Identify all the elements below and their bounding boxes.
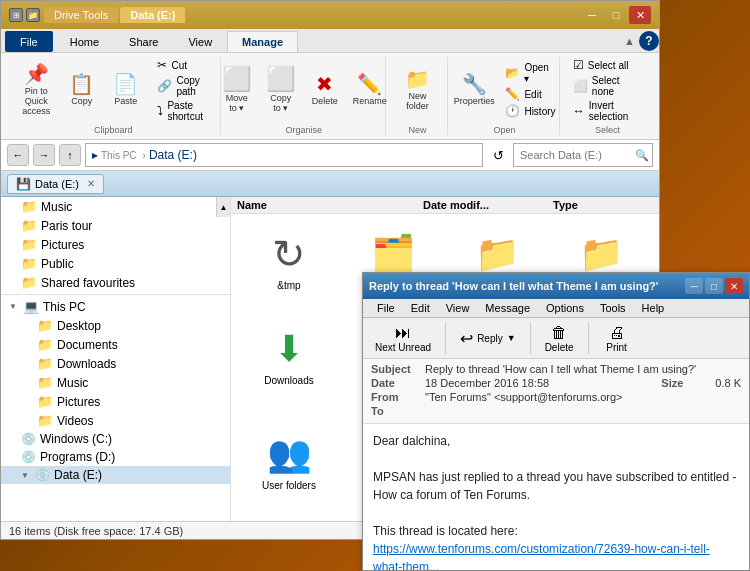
email-maximize-button[interactable]: □ xyxy=(705,278,723,294)
sidebar-item-desktop[interactable]: 📁 Desktop xyxy=(1,316,230,335)
tab-share[interactable]: Share xyxy=(114,31,173,52)
to-label: To xyxy=(371,405,421,417)
sidebar-label-music: Music xyxy=(41,200,72,214)
sidebar-item-shared[interactable]: 📁 Shared favourites xyxy=(1,273,230,292)
tab-manage[interactable]: Manage xyxy=(227,31,298,52)
search-input[interactable] xyxy=(513,143,653,167)
select-none-button[interactable]: ⬜ Select none xyxy=(570,74,645,98)
sidebar-item-videos[interactable]: 📁 Videos xyxy=(1,411,230,430)
tab-close-button[interactable]: ✕ xyxy=(87,178,95,189)
folder-icon: 📁 xyxy=(21,256,37,271)
select-all-button[interactable]: ☑ Select all xyxy=(570,57,645,73)
edit-button[interactable]: ✏️ Edit xyxy=(502,86,559,102)
sidebar-item-paris-tour[interactable]: 📁 Paris tour xyxy=(1,216,230,235)
sidebar-scroll-up[interactable]: ▲ xyxy=(216,197,230,217)
delete-button[interactable]: ✖ Delete xyxy=(305,72,345,108)
rename-button[interactable]: ✏️ Rename xyxy=(349,72,391,108)
sidebar-item-music[interactable]: 📁 Music xyxy=(1,197,230,216)
refresh-button[interactable]: ↺ xyxy=(487,144,509,166)
history-button[interactable]: 🕐 History xyxy=(502,103,559,119)
search-icon: 🔍 xyxy=(635,149,649,162)
sidebar-item-music2[interactable]: 📁 Music xyxy=(1,373,230,392)
breadcrumb[interactable]: ▸ This PC › Data (E:) xyxy=(85,143,483,167)
email-menu-help[interactable]: Help xyxy=(634,299,673,317)
copy-button[interactable]: 📋 Copy xyxy=(62,72,102,108)
email-menu-tools[interactable]: Tools xyxy=(592,299,634,317)
file-item-user-folders[interactable]: 👥 User folders xyxy=(241,424,337,511)
print-button[interactable]: 🖨 Print xyxy=(595,320,639,356)
sidebar-divider xyxy=(1,294,230,295)
history-label: History xyxy=(524,106,555,117)
paste-shortcut-button[interactable]: ⤵ Paste shortcut xyxy=(154,99,211,123)
from-value: "Ten Forums" <support@tenforums.org> xyxy=(425,391,741,403)
title-bar-icons: ⊞ 📁 xyxy=(9,8,40,22)
toolbar-separator-1 xyxy=(445,322,446,354)
next-unread-button[interactable]: ⏭ Next Unread xyxy=(367,320,439,356)
header-type[interactable]: Type xyxy=(553,199,633,211)
reply-dropdown-icon[interactable]: ▼ xyxy=(507,333,516,343)
email-minimize-button[interactable]: ─ xyxy=(685,278,703,294)
forward-button[interactable]: → xyxy=(33,144,55,166)
open-group: 🔧 Properties 📂 Open ▾ ✏️ Edit xyxy=(450,57,560,135)
paste-button[interactable]: 📄 Paste xyxy=(106,72,146,108)
reply-button[interactable]: ↩ Reply ▼ xyxy=(452,320,524,356)
sidebar-item-this-pc[interactable]: ▼ 💻 This PC xyxy=(1,297,230,316)
email-menu-edit[interactable]: Edit xyxy=(403,299,438,317)
maximize-button[interactable]: □ xyxy=(605,6,627,24)
email-menu-file[interactable]: File xyxy=(369,299,403,317)
email-menu-view[interactable]: View xyxy=(438,299,478,317)
print-label: Print xyxy=(606,342,627,353)
delete-email-button[interactable]: 🗑 Delete xyxy=(537,320,582,356)
header-modified[interactable]: Date modif... xyxy=(423,199,553,211)
email-para2: This thread is located here: xyxy=(373,522,739,540)
new-folder-button[interactable]: 📁 Newfolder xyxy=(398,67,438,113)
file-header: Name Date modif... Type xyxy=(231,197,659,214)
computer-icon: 💻 xyxy=(23,299,39,314)
close-button[interactable]: ✕ xyxy=(629,6,651,24)
sidebar-item-windows-c[interactable]: 💿 Windows (C:) xyxy=(1,430,230,448)
minimize-button[interactable]: ─ xyxy=(581,6,603,24)
invert-selection-button[interactable]: ↔ Invert selection xyxy=(570,99,645,123)
help-button[interactable]: ? xyxy=(639,31,659,51)
rename-icon: ✏️ xyxy=(357,74,382,94)
tab-file[interactable]: File xyxy=(5,31,53,52)
sidebar-item-documents[interactable]: 📁 Documents xyxy=(1,335,230,354)
data-e-tab-item[interactable]: 💾 Data (E:) ✕ xyxy=(7,174,104,194)
file-item-sync[interactable]: ↻ &tmp xyxy=(241,224,337,311)
sidebar-item-public[interactable]: 📁 Public xyxy=(1,254,230,273)
tab-home[interactable]: Home xyxy=(55,31,114,52)
title-tabs: Drive Tools Data (E:) xyxy=(44,7,185,23)
up-button[interactable]: ↑ xyxy=(59,144,81,166)
properties-button[interactable]: 🔧 Properties xyxy=(450,72,499,108)
email-link[interactable]: https://www.tenforums.com/customization/… xyxy=(373,542,710,570)
email-menu-message[interactable]: Message xyxy=(477,299,538,317)
date-row: Date 18 December 2016 18:58 Size 0.8 K xyxy=(371,377,741,389)
pin-label: Pin to Quickaccess xyxy=(19,86,54,116)
sidebar-item-downloads[interactable]: 📁 Downloads xyxy=(1,354,230,373)
folder-icon: 📁 xyxy=(37,318,53,333)
drive-tools-tab[interactable]: Drive Tools xyxy=(44,7,118,23)
drive-d-icon: 💿 xyxy=(21,450,36,464)
copy-to-button[interactable]: ⬜ Copyto ▾ xyxy=(261,65,301,115)
new-buttons: 📁 Newfolder xyxy=(398,57,438,123)
copy-path-button[interactable]: 🔗 Copy path xyxy=(154,74,211,98)
folder-icon: 📁 xyxy=(21,237,37,252)
cut-button[interactable]: ✂ Cut xyxy=(154,57,211,73)
pin-button[interactable]: 📌 Pin to Quickaccess xyxy=(15,62,58,118)
move-to-button[interactable]: ⬜ Moveto ▾ xyxy=(217,65,257,115)
sidebar-item-data-e[interactable]: ▼ 💿 Data (E:) xyxy=(1,466,230,484)
file-item-downloads[interactable]: ⬇ Downloads xyxy=(241,319,337,417)
header-name[interactable]: Name xyxy=(237,199,423,211)
sidebar-item-programs-d[interactable]: 💿 Programs (D:) xyxy=(1,448,230,466)
size-label: Size xyxy=(661,377,711,389)
tab-view[interactable]: View xyxy=(173,31,227,52)
new-label: New xyxy=(409,125,427,135)
email-menu-options[interactable]: Options xyxy=(538,299,592,317)
email-close-button[interactable]: ✕ xyxy=(725,278,743,294)
data-e-tab[interactable]: Data (E:) xyxy=(120,7,185,23)
sidebar-item-pictures2[interactable]: 📁 Pictures xyxy=(1,392,230,411)
open-button[interactable]: 📂 Open ▾ xyxy=(502,61,559,85)
back-button[interactable]: ← xyxy=(7,144,29,166)
sidebar-item-pictures[interactable]: 📁 Pictures xyxy=(1,235,230,254)
new-group: 📁 Newfolder New xyxy=(388,57,448,135)
